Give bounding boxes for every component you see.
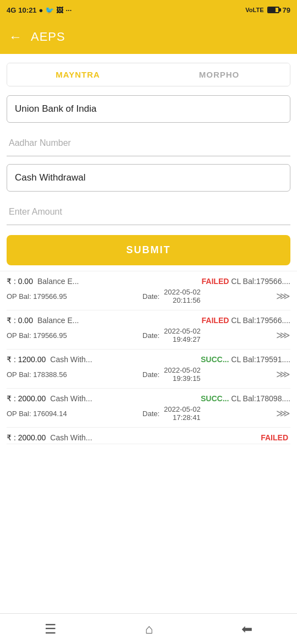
txn-date-section: Date: 2022-05-02 17:28:41 [142,405,201,422]
time-display: 10:21 [18,6,36,14]
expand-icon[interactable]: ⋙ [276,368,290,380]
txn-type: Cash With... [50,394,201,403]
txn-type: Balance E... [37,316,202,325]
transaction-list: ₹ : 0.00 Balance E... FAILED CL Bal:1795… [0,271,297,444]
txn-clbal: CL Bal:179566.... [231,316,290,325]
expand-icon[interactable]: ⋙ [276,329,290,341]
table-row: ₹ : 1200.00 Cash With... SUCC... CL Bal:… [7,350,290,389]
table-row: ₹ : 0.00 Balance E... FAILED CL Bal:1795… [7,271,290,310]
txn-datetime: 2022-05-02 20:11:56 [164,288,201,304]
txn-clbal: CL Bal:179591.... [231,355,290,364]
home-icon[interactable]: ⌂ [145,621,153,637]
date-label: Date: [142,410,160,418]
aeps-form: SUBMIT [0,95,297,271]
twitter-icon: 🐦 [45,6,54,14]
battery-fill [268,8,276,12]
aadhar-input[interactable] [7,130,290,156]
battery-icon [267,7,279,13]
expand-icon[interactable]: ⋙ [276,407,290,419]
notification-icon: 🖼 [56,6,63,14]
txn-opbal: OP Bal: 176094.14 [7,410,67,418]
lte-icon: VoLTE [245,7,263,13]
tab-morpho[interactable]: MORPHO [148,63,290,86]
bank-input[interactable] [7,95,290,123]
table-row: ₹ : 2000.00 Cash With... SUCC... CL Bal:… [7,389,290,428]
table-row: ₹ : 0.00 Balance E... FAILED CL Bal:1795… [7,310,290,350]
txn-opbal: OP Bal: 179566.95 [7,331,67,340]
app-header: ← AEPS [0,20,297,54]
txn-date-section: Date: 2022-05-02 20:11:56 [142,288,201,304]
txn-type: Cash With... [50,433,256,442]
txn-type: Cash With... [50,355,201,364]
txn-opbal: OP Bal: 179566.95 [7,292,67,301]
bottom-nav: ☰ ⌂ ⬅ [0,613,297,644]
more-icon: ··· [65,6,72,14]
txn-datetime: 2022-05-02 17:28:41 [164,405,201,422]
tab-mayntra[interactable]: MAYNTRA [7,63,148,86]
txn-clbal: CL Bal:179566.... [231,277,290,286]
status-right: VoLTE 79 [245,6,290,14]
dot-icon: ● [39,6,43,14]
back-button[interactable]: ← [9,29,22,45]
txn-amount: ₹ : 0.00 [7,277,33,286]
date-label: Date: [142,292,160,301]
txn-amount: ₹ : 2000.00 [7,394,46,403]
txn-amount: ₹ : 1200.00 [7,355,46,364]
txn-status: FAILED [202,316,229,325]
date-label: Date: [142,331,160,340]
amount-input[interactable] [7,199,290,225]
txn-amount: ₹ : 0.00 [7,316,33,325]
expand-icon[interactable]: ⋙ [276,290,290,302]
page-title: AEPS [31,30,65,44]
txn-datetime: 2022-05-02 19:39:15 [164,366,201,383]
table-row: ₹ : 2000.00 Cash With... FAILED [7,428,290,444]
txn-date-section: Date: 2022-05-02 19:49:27 [142,327,201,343]
txn-type: Balance E... [37,277,202,286]
back-nav-icon[interactable]: ⬅ [241,621,252,637]
txn-datetime: 2022-05-02 19:49:27 [164,327,201,343]
tab-selector: MAYNTRA MORPHO [7,63,290,86]
txn-status: SUCC... [201,355,229,364]
signal-icon: 4G [7,6,16,14]
status-left: 4G 10:21 ● 🐦 🖼 ··· [7,6,72,14]
txn-clbal: CL Bal:178098.... [231,394,290,403]
battery-percent: 79 [283,6,290,14]
txn-status: FAILED [202,277,229,286]
txn-status: SUCC... [201,394,229,403]
txn-date-section: Date: 2022-05-02 19:39:15 [142,366,201,383]
submit-button[interactable]: SUBMIT [7,235,290,265]
transaction-type-input[interactable] [7,164,290,192]
date-label: Date: [142,370,160,379]
txn-status: FAILED [261,433,288,442]
menu-icon[interactable]: ☰ [45,621,57,637]
status-bar: 4G 10:21 ● 🐦 🖼 ··· VoLTE 79 [0,0,297,20]
txn-amount: ₹ : 2000.00 [7,433,46,442]
txn-opbal: OP Bal: 178388.56 [7,370,67,379]
